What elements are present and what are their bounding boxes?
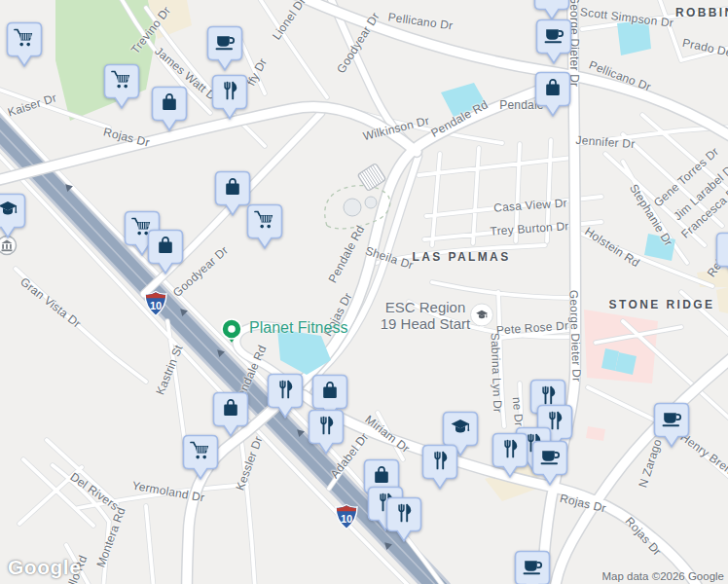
cafe-pin[interactable] bbox=[653, 402, 690, 449]
shopping-bag-icon bbox=[212, 391, 249, 438]
shopping-cart-icon bbox=[103, 63, 140, 110]
shopping-cart-pin[interactable] bbox=[246, 203, 283, 250]
shopping-cart-pin[interactable] bbox=[182, 434, 219, 481]
school-pin[interactable] bbox=[0, 193, 26, 239]
shopping-bag-icon bbox=[147, 229, 184, 275]
cafe-pin[interactable] bbox=[535, 18, 572, 65]
map-attribution: Map data ©2026 Google bbox=[602, 570, 724, 582]
restaurant-pin[interactable] bbox=[385, 496, 422, 543]
shopping-bag-pin[interactable] bbox=[151, 86, 188, 132]
google-logo[interactable]: Google bbox=[8, 556, 81, 579]
cafe-pin[interactable] bbox=[531, 440, 568, 487]
cafe-icon bbox=[653, 402, 690, 449]
restaurant-pin[interactable] bbox=[267, 373, 304, 420]
cafe-icon bbox=[535, 18, 572, 65]
shopping-cart-pin[interactable] bbox=[103, 63, 140, 110]
restaurant-pin[interactable] bbox=[308, 409, 345, 456]
restaurant-icon bbox=[715, 232, 728, 278]
cafe-icon bbox=[531, 440, 568, 487]
restaurant-pin[interactable] bbox=[211, 74, 248, 121]
shopping-cart-icon bbox=[182, 434, 219, 481]
shopping-cart-pin[interactable] bbox=[6, 21, 43, 68]
map-pins-layer bbox=[0, 0, 728, 584]
restaurant-icon bbox=[421, 444, 458, 491]
shopping-bag-icon bbox=[534, 71, 571, 118]
shopping-bag-icon bbox=[151, 86, 188, 132]
shopping-bag-pin[interactable] bbox=[147, 229, 184, 275]
restaurant-icon bbox=[491, 432, 528, 479]
shopping-cart-icon bbox=[246, 203, 283, 250]
restaurant-icon bbox=[385, 496, 422, 543]
shopping-cart-icon bbox=[6, 21, 43, 68]
cafe-pin[interactable] bbox=[514, 550, 551, 584]
restaurant-pin[interactable] bbox=[491, 432, 528, 479]
cafe-pin[interactable] bbox=[206, 25, 243, 72]
restaurant-icon bbox=[211, 74, 248, 121]
restaurant-icon bbox=[267, 373, 304, 420]
cafe-icon bbox=[206, 25, 243, 72]
shopping-bag-pin[interactable] bbox=[534, 71, 571, 118]
restaurant-pin[interactable] bbox=[421, 444, 458, 491]
cafe-icon bbox=[514, 550, 551, 584]
shopping-bag-pin[interactable] bbox=[212, 391, 249, 438]
restaurant-pin[interactable] bbox=[715, 232, 728, 278]
restaurant-icon bbox=[308, 409, 345, 456]
map-canvas[interactable]: Kaiser DrRojas DrTrevino DrJames Watt Dr… bbox=[0, 0, 728, 584]
school-icon bbox=[0, 193, 26, 239]
